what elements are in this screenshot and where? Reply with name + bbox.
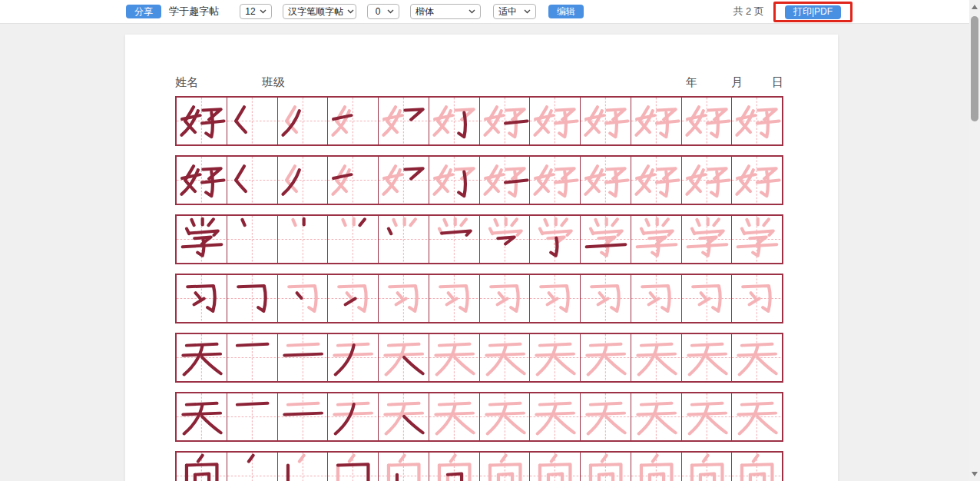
highlight-box: 打印|PDF (773, 2, 853, 22)
print-pdf-button[interactable]: 打印|PDF (785, 5, 841, 19)
share-button[interactable]: 分享 (126, 5, 161, 18)
grid-cell (177, 275, 227, 322)
cell-character (328, 98, 378, 144)
cell-character (631, 393, 681, 440)
edit-button[interactable]: 编辑 (548, 5, 584, 18)
practice-row (175, 392, 783, 442)
cell-character (429, 334, 479, 381)
grid-cell (529, 275, 580, 322)
cell-character (581, 393, 631, 440)
cell-character (530, 157, 580, 204)
grid-cell (479, 98, 530, 144)
cell-character (581, 98, 631, 144)
grid-cell (429, 157, 479, 204)
cell-character (177, 334, 227, 381)
month-label: 月 (731, 75, 743, 90)
chevron-down-icon (260, 9, 267, 14)
grid-cell (177, 98, 227, 144)
font-size-select[interactable]: 12 (240, 4, 272, 19)
cell-character (227, 216, 277, 263)
scroll-down-icon[interactable] (972, 472, 978, 476)
grid-cell (177, 216, 227, 263)
cell-character (328, 216, 378, 263)
grid-cell (681, 393, 732, 440)
grid-cell (631, 334, 681, 381)
cell-character (480, 157, 530, 204)
grid-cell (429, 393, 479, 440)
template-value: 汉字笔顺字帖 (288, 5, 343, 18)
font-style-select[interactable]: 楷体 (410, 4, 481, 19)
cell-character (227, 453, 277, 481)
class-label: 班级 (262, 75, 285, 90)
font-size-value: 12 (245, 6, 256, 17)
grid-cell (631, 216, 681, 263)
density-select[interactable]: 适中 (493, 4, 536, 19)
cell-character (177, 157, 227, 204)
template-select[interactable]: 汉字笔顺字帖 (283, 4, 356, 19)
grid-cell (731, 216, 782, 263)
grid-cell (177, 157, 227, 204)
scroll-up-icon[interactable] (972, 5, 978, 9)
cell-character (480, 98, 530, 144)
cell-character (732, 334, 782, 381)
grid-cell (631, 98, 681, 144)
grid-cell (327, 334, 378, 381)
grid-cell (227, 216, 277, 263)
grid-cell (681, 334, 732, 381)
cell-character (379, 334, 429, 381)
cell-character (328, 157, 378, 204)
cell-character (278, 157, 328, 204)
cell-character (631, 157, 681, 204)
cell-character (480, 334, 530, 381)
cell-character (682, 216, 732, 263)
grid-cell (227, 393, 277, 440)
cell-character (379, 157, 429, 204)
cell-character (177, 453, 227, 481)
grid-cell (580, 216, 631, 263)
grid-cell (580, 334, 631, 381)
page-count: 共 2 页 (733, 5, 763, 18)
grid-cell (681, 453, 732, 481)
cell-character (278, 453, 328, 481)
practice-row (175, 96, 783, 146)
grid-extra-select[interactable]: 0 (367, 4, 399, 19)
practice-grid (175, 96, 783, 481)
grid-cell (479, 334, 530, 381)
cell-character (328, 453, 378, 481)
grid-cell (479, 157, 530, 204)
scrollbar-thumb[interactable] (971, 16, 978, 121)
scrollbar[interactable] (969, 0, 980, 481)
grid-cell (479, 275, 530, 322)
year-label: 年 (686, 75, 697, 90)
cell-character (631, 275, 681, 322)
grid-cell (529, 157, 580, 204)
grid-cell (479, 453, 530, 481)
cell-character (732, 453, 782, 481)
grid-cell (277, 157, 328, 204)
cell-character (480, 453, 530, 481)
grid-cell (731, 393, 782, 440)
grid-cell (327, 157, 378, 204)
practice-row (175, 214, 783, 264)
grid-cell (177, 334, 227, 381)
chevron-down-icon (347, 9, 354, 14)
cell-character (429, 216, 479, 263)
grid-cell (631, 157, 681, 204)
cell-character (581, 334, 631, 381)
toolbar: 分享 学于趣字帖 12 汉字笔顺字帖 0 楷体 适中 编辑 共 2 页 打印|P (0, 0, 969, 24)
grid-cell (429, 216, 479, 263)
grid-cell (681, 98, 732, 144)
cell-character (429, 453, 479, 481)
cell-character (278, 275, 328, 322)
grid-cell (277, 334, 328, 381)
cell-character (379, 216, 429, 263)
cell-character (631, 216, 681, 263)
grid-cell (227, 98, 277, 144)
cell-character (278, 216, 328, 263)
grid-cell (378, 453, 429, 481)
cell-character (379, 453, 429, 481)
cell-character (379, 275, 429, 322)
cell-character (177, 275, 227, 322)
grid-cell (227, 334, 277, 381)
grid-cell (429, 453, 479, 481)
